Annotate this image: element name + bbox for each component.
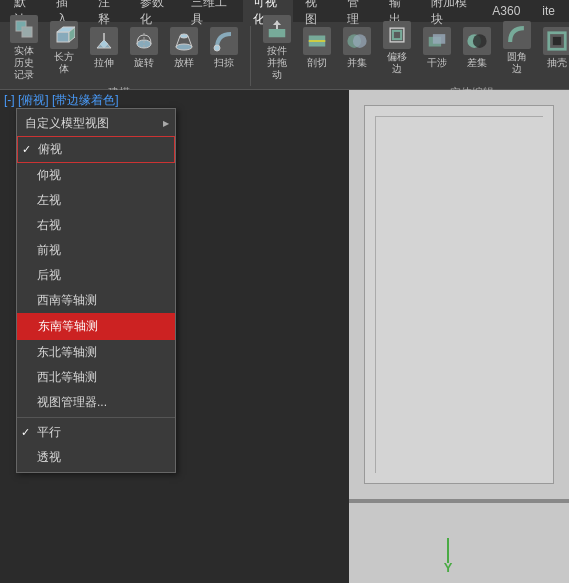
menu-item-view-manager[interactable]: 视图管理器... [17, 390, 175, 415]
svg-point-26 [473, 34, 487, 48]
svg-rect-1 [22, 27, 32, 37]
menu-sw-iso-label: 西南等轴测 [37, 292, 97, 309]
revolve-label: 旋转 [134, 57, 154, 69]
offset-edge-button[interactable]: 偏移边 [379, 19, 415, 77]
extrude-label: 拉伸 [94, 57, 114, 69]
solid-history-label: 实体历史记录 [10, 45, 38, 81]
viewport-bracket-left: [-] [4, 93, 15, 107]
loft-label: 放样 [174, 57, 194, 69]
svg-point-14 [214, 45, 220, 51]
modeling-buttons: 实体历史记录 长方体 [6, 13, 242, 83]
solid-edit-buttons: 按件并拖动 剖切 [259, 13, 569, 83]
menu-bottom-label: 仰视 [37, 167, 61, 184]
offset-edge-label: 偏移边 [383, 51, 411, 75]
diff-icon [463, 27, 491, 55]
sweep-icon [210, 27, 238, 55]
extrude-icon [90, 27, 118, 55]
solid-history-icon [10, 15, 38, 43]
solid-history-button[interactable]: 实体历史记录 [6, 13, 42, 83]
menu-right-label: 右视 [37, 217, 61, 234]
cut-button[interactable]: 剖切 [299, 25, 335, 71]
menu-parallel-label: 平行 [37, 424, 61, 441]
menu-item-left[interactable]: 左视 [17, 188, 175, 213]
menu-item-sw-iso[interactable]: 西南等轴测 [17, 288, 175, 313]
viewport-label[interactable]: [-] [俯视] [带边缘着色] [4, 92, 119, 109]
menu-item-bottom[interactable]: 仰视 [17, 163, 175, 188]
menu-front-label: 前视 [37, 242, 61, 259]
view-context-menu: 自定义模型视图 俯视 仰视 左视 右视 前视 [16, 108, 176, 473]
fillet-edge-label: 圆角边 [503, 51, 531, 75]
viewport-box-top [349, 90, 569, 501]
menu-left-label: 左视 [37, 192, 61, 209]
menu-se-iso-label: 东南等轴测 [38, 318, 98, 335]
menu-nw-iso-label: 西北等轴测 [37, 369, 97, 386]
revolve-icon [130, 27, 158, 55]
menu-item-back[interactable]: 后视 [17, 263, 175, 288]
menu-perspective-label: 透视 [37, 449, 61, 466]
box-button[interactable]: 长方体 [46, 19, 82, 77]
sweep-button[interactable]: 扫掠 [206, 25, 242, 71]
shell-icon [543, 27, 569, 55]
svg-rect-24 [433, 34, 445, 44]
menu-item-right[interactable]: 右视 [17, 213, 175, 238]
union-label: 并集 [347, 57, 367, 69]
union-icon [343, 27, 371, 55]
press-pull-label: 按件并拖动 [263, 45, 291, 81]
offset-edge-icon [383, 21, 411, 49]
interfere-label: 干涉 [427, 57, 447, 69]
cut-icon [303, 27, 331, 55]
menu-top-label: 俯视 [38, 141, 62, 158]
svg-point-20 [353, 34, 367, 48]
viewport-3d[interactable]: Y [349, 90, 569, 583]
svg-rect-2 [57, 32, 69, 42]
main-area: [-] [俯视] [带边缘着色] 自定义模型视图 俯视 仰视 左视 [0, 90, 569, 583]
extrude-button[interactable]: 拉伸 [86, 25, 122, 71]
loft-icon [170, 27, 198, 55]
fillet-edge-icon [503, 21, 531, 49]
svg-point-10 [176, 44, 192, 50]
loft-button[interactable]: 放样 [166, 25, 202, 71]
menu-separator-1 [17, 417, 175, 418]
viewport-box-bottom: Y [349, 503, 569, 583]
toolbar: 默认 插入 注释 参数化 三维工具 可视化 视图 管理 输出 附加模块 A360… [0, 0, 569, 90]
menu-item-front[interactable]: 前视 [17, 238, 175, 263]
cut-label: 剖切 [307, 57, 327, 69]
press-pull-icon [263, 15, 291, 43]
box-label: 长方体 [50, 51, 78, 75]
menu-item-top[interactable]: 俯视 [17, 136, 175, 163]
custom-view-label: 自定义模型视图 [25, 115, 109, 132]
menu-item-ne-iso[interactable]: 东北等轴测 [17, 340, 175, 365]
menu-ne-iso-label: 东北等轴测 [37, 344, 97, 361]
menu-back-label: 后视 [37, 267, 61, 284]
toolbar-group-modeling: 实体历史记录 长方体 [6, 26, 251, 86]
svg-rect-15 [269, 29, 286, 37]
svg-rect-22 [393, 30, 401, 38]
shell-button[interactable]: 抽壳 [539, 25, 569, 71]
menu-view-manager-label: 视图管理器... [37, 394, 107, 411]
shell-label: 抽壳 [547, 57, 567, 69]
fillet-edge-button[interactable]: 圆角边 [499, 19, 535, 77]
sweep-label: 扫掠 [214, 57, 234, 69]
svg-marker-16 [273, 20, 281, 24]
toolbar-content: 实体历史记录 长方体 [0, 22, 569, 90]
menu-item-custom-view[interactable]: 自定义模型视图 [17, 111, 175, 136]
diff-button[interactable]: 差集 [459, 25, 495, 71]
svg-rect-28 [553, 36, 561, 44]
diff-label: 差集 [467, 57, 487, 69]
menu-item-perspective[interactable]: 透视 [17, 445, 175, 470]
press-pull-button[interactable]: 按件并拖动 [259, 13, 295, 83]
revolve-button[interactable]: 旋转 [126, 25, 162, 71]
viewport-shading-label[interactable]: [带边缘着色] [52, 93, 119, 107]
interfere-icon [423, 27, 451, 55]
menu-item-nw-iso[interactable]: 西北等轴测 [17, 365, 175, 390]
menu-item-se-iso[interactable]: 东南等轴测 [17, 313, 175, 340]
toolbar-group-solid-edit: 按件并拖动 剖切 [259, 26, 569, 86]
box-icon [50, 21, 78, 49]
viewport-view-label[interactable]: [俯视] [18, 93, 49, 107]
svg-point-11 [180, 34, 188, 38]
menu-item-parallel[interactable]: 平行 [17, 420, 175, 445]
interfere-button[interactable]: 干涉 [419, 25, 455, 71]
union-button[interactable]: 并集 [339, 25, 375, 71]
